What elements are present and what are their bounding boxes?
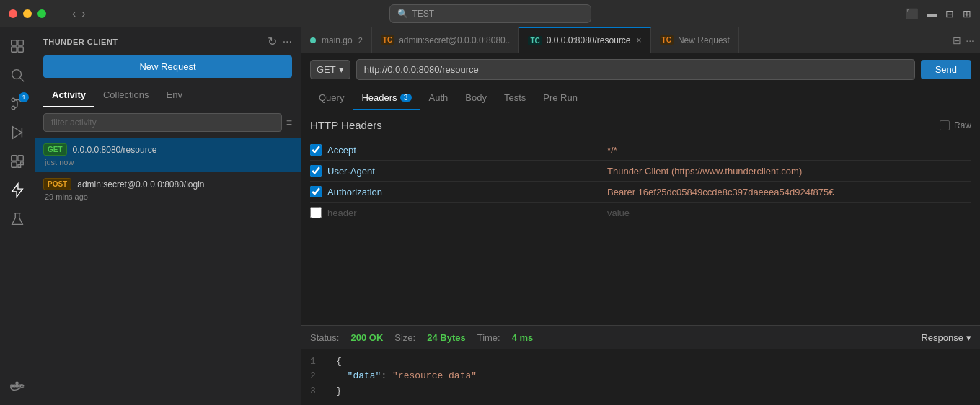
tab-tc-badge-1: TC <box>381 35 394 45</box>
status-value: 200 OK <box>350 332 383 343</box>
request-bar: GET ▾ Send <box>301 53 980 86</box>
new-request-button[interactable]: New Request <box>43 55 292 78</box>
tab-resource[interactable]: TC 0.0.0.0:8080/resource × <box>519 27 650 53</box>
tab-tc-badge-3: TC <box>660 35 674 45</box>
sub-tabs: Query Headers 3 Auth Body Tests Pre Run <box>301 86 980 110</box>
sub-tab-pre-run[interactable]: Pre Run <box>534 86 586 110</box>
panel-icon[interactable]: ▬ <box>927 8 937 19</box>
time-value: 4 ms <box>512 332 534 343</box>
sidebar-header: THUNDER CLIENT ↻ ··· <box>35 27 301 55</box>
status-bar: Status: 200 OK Size: 24 Bytes Time: 4 ms… <box>301 326 980 349</box>
tab-tc-badge-2: TC <box>528 36 542 45</box>
sidebar-toggle-icon[interactable]: ⬛ <box>906 8 918 19</box>
minimize-button[interactable] <box>23 9 32 18</box>
back-button[interactable]: ‹ <box>72 7 76 20</box>
nav-buttons: ‹ › <box>72 7 86 20</box>
filter-area: ≡ <box>35 107 301 138</box>
search-area[interactable]: 🔍 TEST <box>389 4 591 23</box>
method-value: GET <box>317 64 336 75</box>
sub-tab-headers[interactable]: Headers 3 <box>353 86 420 110</box>
line-num-1: 1 <box>310 355 325 370</box>
activity-url-2: admin:secret@0.0.0.0:8080/login <box>77 179 204 190</box>
tabs-bar: main.go 2 TC admin:secret@0.0.0.0:8080..… <box>301 27 980 53</box>
svg-rect-19 <box>16 385 18 387</box>
refresh-button[interactable]: ↻ <box>268 35 277 48</box>
header-auth-key: Authorization <box>327 187 601 197</box>
method-chevron-icon: ▾ <box>339 64 344 75</box>
response-label: Response <box>921 332 963 343</box>
header-new-value[interactable]: value <box>607 208 971 218</box>
sidebar-item-flask[interactable] <box>4 206 30 232</box>
tab-activity[interactable]: Activity <box>43 84 94 107</box>
sub-tab-auth[interactable]: Auth <box>420 86 457 110</box>
svg-line-5 <box>20 78 24 81</box>
maximize-button[interactable] <box>37 9 46 18</box>
global-search[interactable]: 🔍 TEST <box>389 4 591 23</box>
close-button[interactable] <box>9 9 17 18</box>
layout-icon[interactable]: ⊟ <box>945 8 954 19</box>
sidebar-item-thunder[interactable] <box>4 177 30 203</box>
svg-marker-10 <box>13 127 22 139</box>
sub-tab-query-label: Query <box>319 92 344 103</box>
tab-close-icon[interactable]: × <box>637 35 642 45</box>
header-accept-checkbox[interactable] <box>310 144 322 156</box>
header-user-agent-checkbox[interactable] <box>310 165 322 177</box>
raw-toggle[interactable]: Raw <box>940 120 971 130</box>
sub-tab-pre-run-label: Pre Run <box>543 92 578 103</box>
tabs-more-icon[interactable]: ··· <box>966 35 974 46</box>
main-content: main.go 2 TC admin:secret@0.0.0.0:8080..… <box>301 27 980 405</box>
code-line-1: 1 { <box>310 355 971 370</box>
method-badge-get: GET <box>43 143 67 156</box>
header-auth-checkbox[interactable] <box>310 186 322 197</box>
grid-icon[interactable]: ⊞ <box>963 8 971 19</box>
activity-item-post-login[interactable]: POST admin:secret@0.0.0.0:8080/login 29 … <box>35 172 301 207</box>
sidebar-item-run[interactable] <box>4 120 30 146</box>
header-new-key[interactable]: header <box>327 208 601 218</box>
svg-rect-18 <box>14 385 16 387</box>
tab-new-request-label: New Request <box>678 35 730 45</box>
header-new-checkbox[interactable] <box>310 207 322 218</box>
raw-checkbox[interactable] <box>940 120 950 130</box>
header-row-authorization: Authorization Bearer 16ef25dc05849ccde8c… <box>310 182 971 202</box>
tab-admin-secret-label: admin:secret@0.0.0.0:8080.. <box>399 35 510 45</box>
send-button[interactable]: Send <box>921 60 971 79</box>
tab-main-go[interactable]: main.go 2 <box>301 27 372 53</box>
status-label: Status: <box>310 332 339 343</box>
sidebar-item-source-control[interactable]: 1 <box>4 91 30 117</box>
tab-collections-label: Collections <box>103 89 149 100</box>
raw-label: Raw <box>954 120 971 130</box>
split-editor-icon[interactable]: ⊟ <box>953 35 961 46</box>
response-dropdown[interactable]: Response ▾ <box>921 332 971 343</box>
tab-main-go-label: main.go <box>322 35 353 45</box>
search-text: TEST <box>412 9 435 19</box>
sidebar-item-docker[interactable] <box>4 373 30 399</box>
svg-rect-2 <box>12 47 17 52</box>
tab-new-request[interactable]: TC New Request <box>651 27 739 53</box>
method-select[interactable]: GET ▾ <box>310 60 350 79</box>
sub-tab-query[interactable]: Query <box>310 86 353 110</box>
filter-menu-icon[interactable]: ≡ <box>286 117 292 128</box>
sidebar-item-search[interactable] <box>4 62 30 88</box>
titlebar-right-actions: ⬛ ▬ ⊟ ⊞ <box>906 8 971 19</box>
url-input[interactable] <box>356 59 915 80</box>
more-options-button[interactable]: ··· <box>283 35 292 48</box>
code-line-3: 3 } <box>310 384 971 399</box>
activity-bar-bottom <box>4 373 30 399</box>
forward-button[interactable]: › <box>81 7 85 20</box>
code-string: "resource data" <box>392 370 477 381</box>
sidebar-item-extensions[interactable] <box>4 148 30 174</box>
tab-admin-secret[interactable]: TC admin:secret@0.0.0.0:8080.. <box>372 27 520 53</box>
activity-item-row: GET 0.0.0.0:8080/resource <box>43 143 292 156</box>
bottom-section: Status: 200 OK Size: 24 Bytes Time: 4 ms… <box>301 325 980 405</box>
header-row-user-agent: User-Agent Thunder Client (https://www.t… <box>310 161 971 182</box>
sub-tab-tests[interactable]: Tests <box>495 86 534 110</box>
header-auth-value: Bearer 16ef25dc05849ccde8c397daeeea54d92… <box>607 187 881 197</box>
svg-rect-12 <box>12 156 17 161</box>
filter-input[interactable] <box>43 113 282 132</box>
sidebar-item-explorer[interactable] <box>4 33 30 59</box>
tab-env[interactable]: Env <box>158 84 191 107</box>
tab-collections[interactable]: Collections <box>94 84 158 107</box>
activity-item-get-resource[interactable]: GET 0.0.0.0:8080/resource just now <box>35 138 301 172</box>
go-dot-icon <box>310 37 316 43</box>
sub-tab-body[interactable]: Body <box>456 86 495 110</box>
